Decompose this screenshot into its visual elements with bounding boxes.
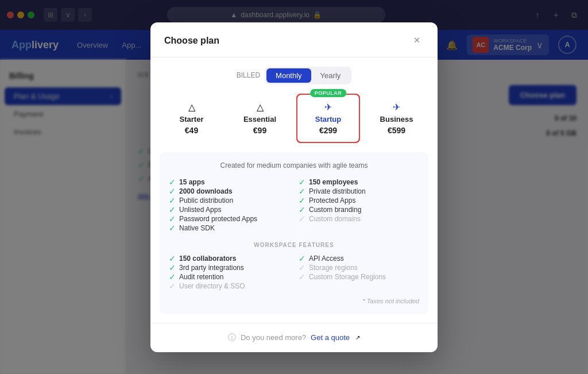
modal-title: Choose plan bbox=[164, 36, 219, 46]
feature-label: Unlisted Apps bbox=[179, 206, 221, 214]
footer-info-text: Do you need more? bbox=[241, 333, 306, 342]
check-icon-disabled: ✓ bbox=[299, 214, 305, 223]
check-icon: ✓ bbox=[299, 196, 305, 205]
plan-startup[interactable]: POPULAR ✈ Startup €299 bbox=[296, 94, 360, 143]
feature-label: Public distribution bbox=[179, 196, 233, 205]
feature-label: Password protected Apps bbox=[179, 215, 257, 223]
business-price: €599 bbox=[370, 126, 423, 135]
modal-header: Choose plan × bbox=[150, 22, 438, 57]
feature-apps: ✓ 15 apps bbox=[169, 178, 289, 187]
plan-starter[interactable]: △ Starter €49 bbox=[160, 94, 223, 143]
feature-3rd-party: ✓ 3rd party integrations bbox=[169, 263, 289, 272]
check-icon: ✓ bbox=[169, 214, 176, 223]
features-subtitle: Created for medium companies with agile … bbox=[169, 161, 419, 169]
main-content: Billing Plan & Usage › Payment Invoices … bbox=[0, 60, 588, 374]
features-left-col: ✓ 15 apps ✓ 2000 downloads ✓ Public dist… bbox=[169, 178, 289, 233]
info-icon: ⓘ bbox=[228, 333, 236, 343]
workspace-features-left: ✓ 150 collaborators ✓ 3rd party integrat… bbox=[169, 254, 289, 291]
features-grid: ✓ 15 apps ✓ 2000 downloads ✓ Public dist… bbox=[169, 178, 419, 233]
feature-storage-regions: ✓ Storage regions bbox=[299, 263, 419, 272]
choose-plan-modal: Choose plan × BILLED Monthly Yearly △ St… bbox=[150, 22, 438, 352]
check-icon: ✓ bbox=[169, 205, 176, 214]
check-icon: ✓ bbox=[299, 205, 305, 214]
feature-label: Storage regions bbox=[309, 264, 358, 272]
check-icon: ✓ bbox=[169, 272, 176, 282]
feature-domains: ✓ Custom domains bbox=[299, 214, 419, 223]
external-link-icon: ↗ bbox=[355, 334, 360, 341]
modal-overlay[interactable]: Choose plan × BILLED Monthly Yearly △ St… bbox=[0, 0, 588, 374]
feature-collaborators: ✓ 150 collaborators bbox=[169, 254, 289, 263]
feature-label: Private distribution bbox=[309, 187, 366, 195]
starter-name: Starter bbox=[165, 115, 218, 124]
feature-audit: ✓ Audit retention bbox=[169, 272, 289, 282]
feature-sdk: ✓ Native SDK bbox=[169, 223, 289, 233]
get-a-quote-link[interactable]: Get a quote bbox=[311, 333, 350, 342]
essential-icon: △ bbox=[234, 102, 286, 113]
features-right-col: ✓ 150 employees ✓ Private distribution ✓… bbox=[299, 178, 419, 233]
starter-icon: △ bbox=[165, 102, 218, 113]
feature-custom-storage: ✓ Custom Storage Regions bbox=[299, 272, 419, 282]
billing-label: BILLED bbox=[237, 71, 260, 79]
check-icon-disabled: ✓ bbox=[299, 272, 305, 282]
essential-price: €99 bbox=[234, 126, 286, 135]
workspace-section-label: WORKSPACE FEATURES bbox=[169, 242, 419, 248]
billing-toggle-group: Monthly Yearly bbox=[265, 67, 351, 84]
essential-name: Essential bbox=[234, 115, 286, 124]
startup-icon: ✈ bbox=[302, 102, 354, 113]
popular-badge: POPULAR bbox=[310, 89, 347, 97]
feature-label: Native SDK bbox=[179, 224, 215, 232]
check-icon-disabled: ✓ bbox=[169, 282, 176, 291]
features-section: Created for medium companies with agile … bbox=[160, 152, 428, 314]
feature-branding: ✓ Custom branding bbox=[299, 205, 419, 214]
feature-label: 3rd party integrations bbox=[179, 264, 244, 272]
check-icon: ✓ bbox=[299, 254, 305, 263]
workspace-features-right: ✓ API Access ✓ Storage regions ✓ Custom … bbox=[299, 254, 419, 291]
startup-price: €299 bbox=[302, 126, 354, 135]
modal-close-button[interactable]: × bbox=[410, 34, 424, 48]
check-icon: ✓ bbox=[299, 178, 305, 187]
workspace-features-grid: ✓ 150 collaborators ✓ 3rd party integrat… bbox=[169, 254, 419, 291]
feature-label: User directory & SSO bbox=[179, 282, 245, 290]
tax-note: * Taxes not included bbox=[169, 298, 419, 304]
feature-private-dist: ✓ Private distribution bbox=[299, 187, 419, 196]
check-icon: ✓ bbox=[169, 196, 176, 205]
feature-label: API Access bbox=[309, 255, 344, 263]
check-icon: ✓ bbox=[299, 187, 305, 196]
plan-essential[interactable]: △ Essential €99 bbox=[228, 94, 292, 143]
feature-label: Custom Storage Regions bbox=[309, 273, 386, 281]
check-icon: ✓ bbox=[169, 178, 176, 187]
feature-label: Protected Apps bbox=[309, 196, 355, 205]
plans-row: △ Starter €49 △ Essential €99 POPULAR ✈ … bbox=[150, 94, 438, 152]
startup-name: Startup bbox=[302, 115, 354, 124]
business-icon: ✈ bbox=[370, 102, 423, 113]
check-icon: ✓ bbox=[169, 223, 176, 233]
check-icon-disabled: ✓ bbox=[299, 263, 305, 272]
feature-protected: ✓ Protected Apps bbox=[299, 196, 419, 205]
check-icon: ✓ bbox=[169, 187, 176, 196]
feature-label: Custom domains bbox=[309, 215, 361, 223]
modal-footer: ⓘ Do you need more? Get a quote ↗ bbox=[150, 323, 438, 352]
check-icon: ✓ bbox=[169, 263, 176, 272]
feature-label: Audit retention bbox=[179, 273, 223, 281]
billing-toggle-section: BILLED Monthly Yearly bbox=[150, 57, 438, 94]
feature-public-dist: ✓ Public distribution bbox=[169, 196, 289, 205]
feature-label: Custom branding bbox=[309, 206, 361, 214]
feature-unlisted: ✓ Unlisted Apps bbox=[169, 205, 289, 214]
check-icon: ✓ bbox=[169, 254, 176, 263]
plan-business[interactable]: ✈ Business €599 bbox=[365, 94, 428, 143]
feature-downloads: ✓ 2000 downloads bbox=[169, 187, 289, 196]
business-name: Business bbox=[370, 115, 423, 124]
feature-sso: ✓ User directory & SSO bbox=[169, 282, 289, 291]
feature-employees: ✓ 150 employees bbox=[299, 178, 419, 187]
feature-password: ✓ Password protected Apps bbox=[169, 214, 289, 223]
toggle-monthly[interactable]: Monthly bbox=[266, 68, 311, 83]
toggle-yearly[interactable]: Yearly bbox=[311, 68, 350, 83]
starter-price: €49 bbox=[165, 126, 218, 135]
feature-api: ✓ API Access bbox=[299, 254, 419, 263]
